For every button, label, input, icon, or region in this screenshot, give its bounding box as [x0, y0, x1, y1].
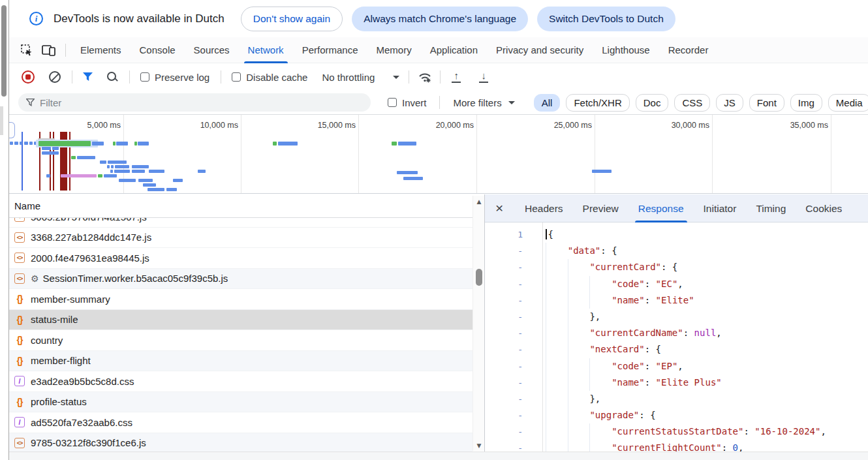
tab-lighthouse[interactable]: Lighthouse — [593, 37, 659, 63]
indent-guide — [546, 440, 546, 452]
indent-guide — [589, 358, 590, 375]
waterfall-bar — [398, 142, 416, 146]
filter-type-all[interactable]: All — [534, 94, 561, 112]
tab-privacy-and-security[interactable]: Privacy and security — [487, 37, 593, 63]
tab-console[interactable]: Console — [131, 37, 185, 63]
filter-type-fetch-xhr[interactable]: Fetch/XHR — [566, 94, 629, 112]
throttling-caret-icon[interactable] — [393, 76, 399, 79]
toolbar-divider — [221, 70, 221, 84]
detail-tab-timing[interactable]: Timing — [746, 194, 796, 222]
import-har-icon[interactable]: ↑ — [450, 71, 462, 83]
js-file-icon: <> — [14, 438, 25, 448]
tab-recorder[interactable]: Recorder — [659, 37, 718, 63]
tab-application[interactable]: Application — [421, 37, 487, 63]
preserve-log-checkbox[interactable] — [140, 72, 149, 82]
request-row-profile-status[interactable]: {}profile-status — [9, 392, 473, 413]
more-filters-button[interactable]: More filters — [454, 97, 502, 108]
scroll-down-icon[interactable]: ▼ — [473, 442, 485, 449]
tab-elements[interactable]: Elements — [71, 37, 131, 63]
clear-network-log-icon[interactable] — [49, 71, 61, 83]
tab-network[interactable]: Network — [239, 37, 293, 63]
detail-tab-headers[interactable]: Headers — [515, 194, 573, 222]
more-filters-caret-icon[interactable] — [508, 101, 515, 104]
line-number: - — [485, 325, 523, 341]
request-row-9785-03212f8c390f1ce6-js[interactable]: <>9785-03212f8c390f1ce6.js — [9, 433, 473, 452]
timeline-tick-label: 25,000 ms — [524, 121, 592, 130]
request-row-5005-2b7576fd7f4a1567-js[interactable]: <>5005.2b7576fd7f4a1567.js — [9, 218, 473, 228]
waterfall-bar — [592, 170, 612, 173]
filter-type-doc[interactable]: Doc — [636, 94, 669, 112]
response-body-viewer[interactable]: 1{- "data": {- "currentCard": {- "code":… — [485, 222, 868, 452]
request-row-sessiontimer-worker-b5acac05c9f39c5b-js[interactable]: <>⚙SessionTimer.worker.b5acac05c9f39c5b.… — [9, 269, 473, 290]
indent-guide — [546, 407, 546, 423]
timeline-gridline — [712, 115, 713, 193]
waterfall-bar — [116, 142, 128, 146]
waterfall-bar — [14, 142, 18, 145]
request-row-3368-227ab1284ddc147e-js[interactable]: <>3368.227ab1284ddc147e.js — [9, 228, 473, 249]
close-detail-icon[interactable]: × — [495, 202, 515, 215]
code-line: 1{ — [485, 226, 868, 243]
indent-guide — [546, 423, 546, 440]
waterfall-bar — [98, 174, 102, 177]
filter-toggle-icon[interactable] — [82, 72, 93, 82]
timeline-tick-label: 30,000 ms — [642, 121, 709, 130]
waterfall-bar — [134, 142, 137, 146]
invert-checkbox[interactable] — [388, 98, 397, 107]
line-number: - — [485, 309, 523, 325]
indent-guide — [568, 440, 568, 452]
waterfall-bar — [173, 179, 183, 182]
tab-sources[interactable]: Sources — [185, 37, 239, 63]
requests-scrollbar[interactable]: ▲ ▼ — [473, 196, 484, 451]
search-icon[interactable] — [106, 71, 118, 83]
indent-guide — [568, 391, 568, 407]
request-row-member-flight[interactable]: {}member-flight — [9, 351, 473, 372]
detail-tab-initiator[interactable]: Initiator — [694, 194, 747, 222]
filter-type-img[interactable]: Img — [790, 94, 822, 112]
throttling-select[interactable]: No throttling — [322, 72, 375, 83]
toolbar-divider — [129, 70, 130, 84]
waterfall-bar — [61, 174, 97, 177]
scroll-up-icon[interactable]: ▲ — [473, 198, 485, 205]
column-header-name[interactable]: Name — [9, 194, 484, 218]
waterfall-bar — [10, 142, 13, 145]
request-row-ad5520fa7e32aab6-css[interactable]: /ad5520fa7e32aab6.css — [9, 412, 473, 433]
detail-tab-preview[interactable]: Preview — [573, 194, 628, 222]
match-chrome-language-button[interactable]: Always match Chrome's language — [352, 7, 528, 31]
request-name: SessionTimer.worker.b5acac05c9f39c5b.js — [43, 273, 228, 284]
request-row-2000-f4e479631ea98445-js[interactable]: <>2000.f4e479631ea98445.js — [9, 248, 473, 269]
filter-type-font[interactable]: Font — [749, 94, 784, 112]
filter-type-media[interactable]: Media — [828, 94, 868, 112]
filter-input[interactable]: Filter — [18, 93, 371, 112]
detail-tab-response[interactable]: Response — [628, 194, 694, 222]
overview-window-handle[interactable] — [9, 122, 15, 138]
switch-devtools-to-dutch-button[interactable]: Switch DevTools to Dutch — [537, 7, 675, 31]
disable-cache-checkbox[interactable] — [232, 72, 241, 82]
page-scrollbar[interactable] — [0, 0, 9, 460]
export-har-icon[interactable]: ↓ — [478, 71, 489, 83]
request-row-member-summary[interactable]: {}member-summary — [9, 289, 473, 310]
device-toolbar-icon[interactable] — [38, 42, 60, 59]
toolbar-divider — [72, 70, 72, 84]
tab-memory[interactable]: Memory — [367, 37, 421, 63]
request-row-country[interactable]: {}country — [9, 330, 473, 351]
inspect-element-icon[interactable] — [16, 42, 38, 59]
scrollbar-thumb[interactable] — [476, 269, 482, 286]
indent-guide — [568, 358, 568, 375]
network-overview-timeline[interactable]: 5,000 ms10,000 ms15,000 ms20,000 ms25,00… — [9, 115, 868, 194]
detail-tab-cookies[interactable]: Cookies — [796, 194, 852, 222]
worker-gear-icon: ⚙ — [31, 273, 39, 284]
request-row-e3ad2ea9b5bc5c8d-css[interactable]: /e3ad2ea9b5bc5c8d.css — [9, 371, 473, 392]
record-network-log-icon[interactable] — [22, 70, 35, 84]
waterfall-bar — [108, 161, 127, 164]
filter-type-js[interactable]: JS — [716, 94, 743, 112]
request-row-status-mile[interactable]: {}status-mile — [9, 310, 473, 331]
page-scrollbar-thumb[interactable] — [1, 5, 7, 97]
tab-performance[interactable]: Performance — [293, 37, 367, 63]
timeline-tick-label: 10,000 ms — [170, 121, 238, 130]
waterfall-bar — [42, 147, 51, 150]
indent-guide — [546, 391, 546, 407]
indent-guide — [568, 423, 568, 440]
filter-type-css[interactable]: CSS — [674, 94, 710, 112]
network-conditions-icon[interactable] — [418, 72, 432, 83]
dont-show-again-button[interactable]: Don't show again — [241, 7, 343, 31]
